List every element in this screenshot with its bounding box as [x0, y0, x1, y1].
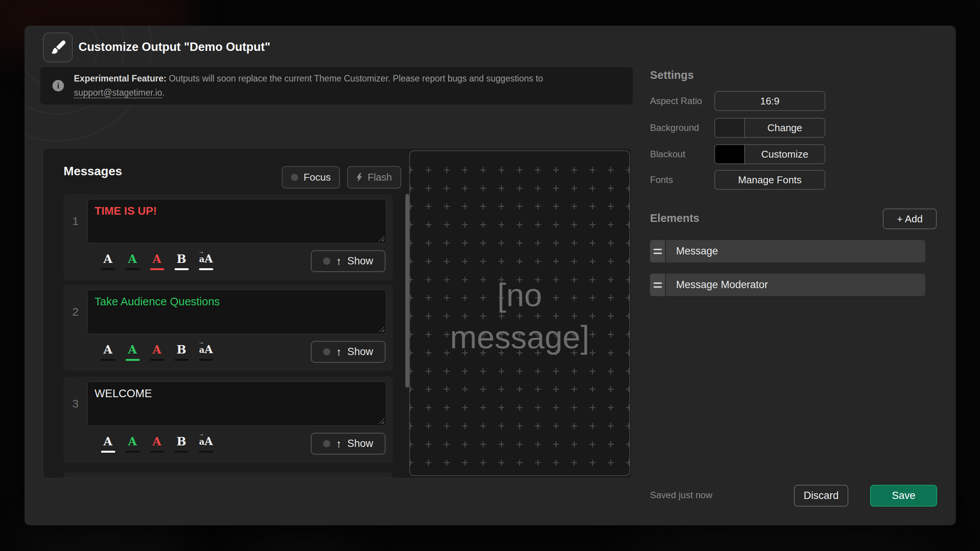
message-number: 2: [64, 290, 87, 334]
messages-heading: Messages: [64, 164, 122, 178]
show-dot-icon: [323, 258, 330, 265]
messages-scrollbar[interactable]: [405, 194, 409, 388]
blackout-customize-button[interactable]: Customize: [714, 144, 825, 164]
focus-label: Focus: [304, 171, 331, 183]
output-preview: ++++++++++++++++++++++++++++++++++++++++…: [409, 150, 630, 476]
element-row-message-moderator[interactable]: Message Moderator: [650, 274, 925, 296]
fonts-row: Fonts Manage Fonts: [650, 170, 938, 190]
color-green-button[interactable]: A: [125, 344, 140, 361]
bold-button[interactable]: B: [174, 344, 189, 361]
color-red-button[interactable]: A: [149, 253, 165, 270]
settings-heading: Settings: [650, 69, 694, 82]
save-status-text: Saved just now: [650, 490, 712, 500]
blackout-row: Blackout Customize: [650, 144, 938, 164]
banner-suffix: .: [162, 88, 164, 98]
message-row: 2 Take Audience Questions A A A B →aA ↑ …: [64, 285, 393, 371]
show-message-button[interactable]: ↑ Show: [311, 433, 385, 455]
blackout-color-swatch: [715, 145, 745, 163]
banner-bold-text: Experimental Feature:: [74, 73, 167, 83]
message-number: 1: [64, 199, 87, 243]
manage-fonts-button[interactable]: Manage Fonts: [714, 170, 825, 190]
background-label: Background: [650, 118, 699, 138]
color-green-button[interactable]: A: [125, 253, 140, 270]
flash-label: Flash: [368, 171, 392, 183]
flash-button[interactable]: Flash: [347, 166, 401, 189]
color-green-button[interactable]: A: [125, 436, 140, 453]
color-white-button[interactable]: A: [100, 344, 116, 361]
color-red-button[interactable]: A: [149, 436, 165, 453]
paintbrush-icon: [43, 33, 73, 62]
info-icon: i: [52, 80, 64, 91]
uppercase-button[interactable]: →aA: [198, 436, 214, 453]
next-message-row-clipped: [64, 472, 393, 478]
element-row-message[interactable]: Message: [650, 240, 925, 262]
up-arrow-icon: ↑: [336, 255, 341, 267]
settings-sidebar: Settings Aspect Ratio 16:9 Background Ch…: [650, 26, 938, 525]
message-row: 3 WELCOME A A A B →aA ↑ Show: [64, 377, 393, 463]
no-message-placeholder: [no message]: [410, 151, 629, 475]
background-row: Background Change: [650, 118, 938, 138]
color-white-button[interactable]: A: [100, 253, 116, 270]
color-red-button[interactable]: A: [149, 344, 165, 361]
background-color-swatch: [715, 119, 745, 137]
discard-button[interactable]: Discard: [794, 485, 848, 507]
banner-text: Experimental Feature: Outputs will soon …: [74, 72, 617, 100]
blackout-label: Blackout: [650, 144, 685, 164]
customize-output-dialog: Customize Output "Demo Output" i Experim…: [24, 26, 956, 525]
message-number: 3: [64, 381, 87, 426]
aspect-ratio-label: Aspect Ratio: [650, 91, 702, 111]
show-dot-icon: [323, 348, 330, 355]
banner-body-text: Outputs will soon replace the current Th…: [167, 73, 543, 83]
add-element-button[interactable]: + Add: [883, 209, 937, 229]
fonts-label: Fonts: [650, 170, 673, 190]
experimental-banner: i Experimental Feature: Outputs will soo…: [40, 67, 633, 104]
show-dot-icon: [323, 440, 330, 447]
message-text-input[interactable]: WELCOME: [87, 381, 386, 426]
message-text-input[interactable]: Take Audience Questions: [87, 290, 386, 334]
uppercase-button[interactable]: →aA: [198, 253, 214, 270]
color-white-button[interactable]: A: [100, 436, 116, 453]
show-message-button[interactable]: ↑ Show: [311, 341, 385, 363]
aspect-ratio-row: Aspect Ratio 16:9: [650, 91, 938, 111]
uppercase-button[interactable]: →aA: [198, 344, 214, 361]
focus-button[interactable]: Focus: [282, 166, 340, 189]
show-message-button[interactable]: ↑ Show: [311, 250, 385, 272]
message-text-input[interactable]: TIME IS UP!: [87, 199, 386, 243]
element-label: Message: [666, 240, 925, 262]
up-arrow-icon: ↑: [336, 438, 341, 450]
show-label: Show: [347, 438, 373, 450]
focus-dot-icon: [291, 174, 298, 181]
support-email-link[interactable]: support@stagetimer.io: [74, 88, 162, 98]
element-label: Message Moderator: [666, 274, 925, 296]
drag-handle-icon[interactable]: [650, 274, 666, 296]
dialog-title: Customize Output "Demo Output": [78, 40, 270, 54]
elements-heading: Elements: [650, 212, 699, 225]
drag-handle-icon[interactable]: [650, 240, 666, 262]
show-label: Show: [347, 346, 373, 358]
bold-button[interactable]: B: [174, 253, 189, 270]
bold-button[interactable]: B: [174, 436, 189, 453]
background-change-button[interactable]: Change: [714, 118, 825, 138]
aspect-ratio-button[interactable]: 16:9: [714, 91, 825, 111]
messages-panel: Messages Focus Flash 1 TIME IS UP! A A: [43, 148, 632, 478]
screen-background: Customize Output "Demo Output" i Experim…: [0, 0, 980, 551]
save-button[interactable]: Save: [870, 485, 937, 507]
flash-bolt-icon: [356, 173, 362, 182]
show-label: Show: [347, 255, 373, 267]
up-arrow-icon: ↑: [336, 346, 341, 358]
message-row: 1 TIME IS UP! A A A B →aA ↑ Show: [64, 194, 393, 280]
